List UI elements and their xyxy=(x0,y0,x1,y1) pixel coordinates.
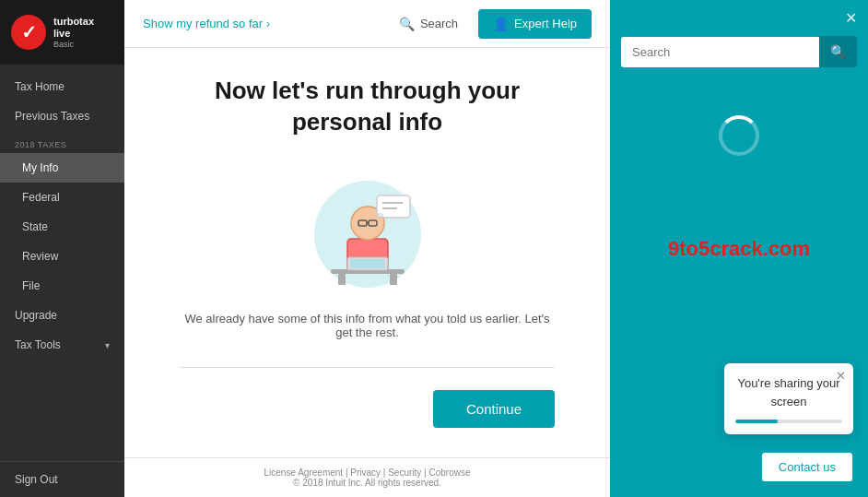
nav-section-2018-taxes: 2018 TAXES xyxy=(0,131,124,153)
sidebar-item-file[interactable]: File xyxy=(0,271,124,301)
sidebar-item-state[interactable]: State xyxy=(0,212,124,242)
search-button[interactable]: 🔍 Search xyxy=(390,11,467,37)
search-submit-button[interactable]: 🔍 xyxy=(819,36,857,67)
sharing-popup: ✕ You're sharing your screen xyxy=(724,363,853,434)
search-input[interactable] xyxy=(621,37,819,67)
main-wrapper: Show my refund so far › 🔍 Search 👤 Exper… xyxy=(124,0,610,497)
sharing-text: You're sharing your screen xyxy=(735,374,842,410)
sharing-progress-bar-fill xyxy=(735,420,778,423)
chevron-right-icon: › xyxy=(266,18,270,30)
right-panel: ✕ 🔍 ✕ You're sharing your screen Contact… xyxy=(610,0,868,497)
sidebar-nav: Tax Home Previous Taxes 2018 TAXES My In… xyxy=(0,65,124,461)
sidebar-item-tax-home[interactable]: Tax Home xyxy=(0,72,124,101)
content-area: Now let's run through your personal info xyxy=(124,48,610,457)
brand-sub: Basic xyxy=(53,40,113,49)
refund-link[interactable]: Show my refund so far › xyxy=(143,17,379,30)
sidebar-bottom: Sign Out xyxy=(0,461,124,497)
page-title: Now let's run through your personal info xyxy=(180,76,555,138)
turbotax-logo-icon: ✓ xyxy=(11,15,46,50)
sidebar-item-previous-taxes[interactable]: Previous Taxes xyxy=(0,101,124,131)
sign-out-button[interactable]: Sign Out xyxy=(15,473,110,486)
close-panel-icon[interactable]: ✕ xyxy=(845,9,857,27)
divider xyxy=(180,367,555,368)
continue-button[interactable]: Continue xyxy=(433,390,555,428)
description-text: We already have some of this info from w… xyxy=(180,312,555,339)
sidebar-item-review[interactable]: Review xyxy=(0,242,124,271)
sidebar-item-tax-tools[interactable]: Tax Tools ▾ xyxy=(0,330,124,360)
contact-us-button[interactable]: Contact us xyxy=(761,452,853,482)
top-bar: Show my refund so far › 🔍 Search 👤 Exper… xyxy=(124,0,610,48)
sidebar-item-my-info[interactable]: My Info xyxy=(0,153,124,183)
right-panel-header: ✕ xyxy=(610,0,868,36)
sharing-progress-bar-track xyxy=(735,420,842,423)
chevron-down-icon: ▾ xyxy=(105,340,110,350)
expert-help-button[interactable]: 👤 Expert Help xyxy=(478,9,592,39)
person-icon: 👤 xyxy=(493,17,509,31)
search-bar-panel: 🔍 xyxy=(610,36,868,78)
svg-rect-11 xyxy=(338,274,346,285)
loading-spinner xyxy=(719,115,759,156)
page-footer: License Agreement | Privacy | Security |… xyxy=(124,457,610,497)
sidebar: ✓ turbotax live Basic Tax Home Previous … xyxy=(0,0,124,497)
svg-rect-14 xyxy=(350,259,385,268)
sidebar-logo: ✓ turbotax live Basic xyxy=(0,0,124,65)
search-icon: 🔍 xyxy=(399,17,415,31)
content-inner: Now let's run through your personal info xyxy=(180,76,555,428)
brand-text: turbotax live Basic xyxy=(53,16,113,49)
sidebar-item-upgrade[interactable]: Upgrade xyxy=(0,301,124,330)
sidebar-item-federal[interactable]: Federal xyxy=(0,183,124,212)
illustration xyxy=(294,160,441,290)
svg-rect-12 xyxy=(390,274,397,285)
brand-name: turbotax live xyxy=(53,16,113,40)
sharing-popup-close-icon[interactable]: ✕ xyxy=(836,369,846,383)
